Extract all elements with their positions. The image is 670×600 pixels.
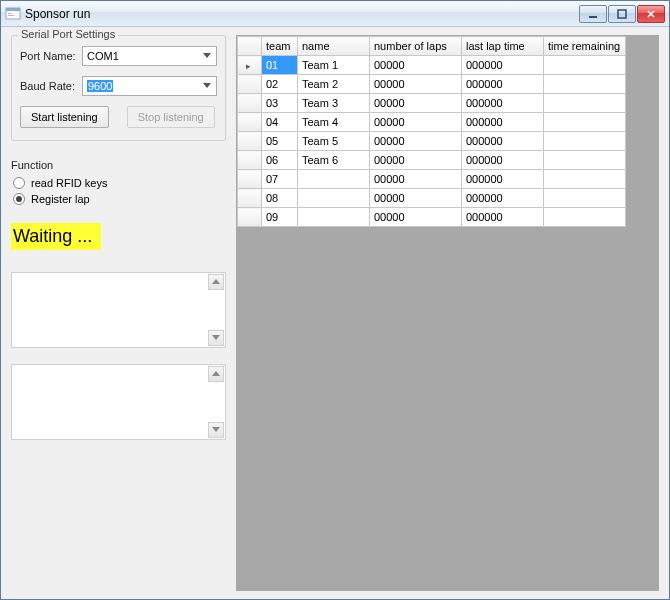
table-row[interactable]: 04Team 400000000000: [238, 113, 626, 132]
radio-read-rfid[interactable]: read RFID keys: [11, 177, 226, 189]
cell-name[interactable]: Team 5: [298, 132, 370, 151]
start-listening-button[interactable]: Start listening: [20, 106, 109, 128]
cell-laps[interactable]: 00000: [370, 94, 462, 113]
table-row[interactable]: 0800000000000: [238, 189, 626, 208]
scrollbar[interactable]: [208, 366, 224, 438]
minimize-button[interactable]: [579, 5, 607, 23]
serial-group-title: Serial Port Settings: [18, 28, 118, 40]
cell-team[interactable]: 04: [262, 113, 298, 132]
cell-team[interactable]: 09: [262, 208, 298, 227]
scroll-up-icon[interactable]: [208, 274, 224, 290]
cell-time[interactable]: [544, 208, 626, 227]
cell-time[interactable]: [544, 75, 626, 94]
baud-rate-label: Baud Rate:: [20, 80, 82, 92]
cell-last[interactable]: 000000: [462, 56, 544, 75]
svg-rect-3: [8, 15, 14, 16]
row-selector[interactable]: [238, 113, 262, 132]
stop-listening-button: Stop listening: [127, 106, 215, 128]
cell-name[interactable]: Team 3: [298, 94, 370, 113]
cell-time[interactable]: [544, 189, 626, 208]
log-textbox-1[interactable]: [11, 272, 226, 348]
cell-name[interactable]: [298, 170, 370, 189]
row-selector[interactable]: [238, 75, 262, 94]
cell-laps[interactable]: 00000: [370, 75, 462, 94]
col-time-header[interactable]: time remaining: [544, 37, 626, 56]
cell-name[interactable]: [298, 189, 370, 208]
cell-team[interactable]: 08: [262, 189, 298, 208]
scrollbar[interactable]: [208, 274, 224, 346]
cell-time[interactable]: [544, 113, 626, 132]
table-row[interactable]: 0700000000000: [238, 170, 626, 189]
row-selector[interactable]: [238, 56, 262, 75]
port-name-label: Port Name:: [20, 50, 82, 62]
cell-last[interactable]: 000000: [462, 94, 544, 113]
port-name-combo[interactable]: COM1: [82, 46, 217, 66]
table-row[interactable]: 05Team 500000000000: [238, 132, 626, 151]
col-name-header[interactable]: name: [298, 37, 370, 56]
col-last-header[interactable]: last lap time: [462, 37, 544, 56]
cell-last[interactable]: 000000: [462, 75, 544, 94]
cell-laps[interactable]: 00000: [370, 56, 462, 75]
cell-team[interactable]: 02: [262, 75, 298, 94]
cell-laps[interactable]: 00000: [370, 132, 462, 151]
cell-time[interactable]: [544, 132, 626, 151]
cell-last[interactable]: 000000: [462, 132, 544, 151]
row-selector[interactable]: [238, 189, 262, 208]
radio-register-lap[interactable]: Register lap: [11, 193, 226, 205]
cell-last[interactable]: 000000: [462, 113, 544, 132]
baud-rate-row: Baud Rate: 9600: [20, 76, 217, 96]
row-selector[interactable]: [238, 132, 262, 151]
cell-time[interactable]: [544, 170, 626, 189]
cell-name[interactable]: Team 1: [298, 56, 370, 75]
row-selector[interactable]: [238, 151, 262, 170]
scroll-down-icon[interactable]: [208, 330, 224, 346]
cell-team[interactable]: 03: [262, 94, 298, 113]
app-window: Sponsor run Serial Port Settings Port Na…: [0, 0, 670, 600]
cell-last[interactable]: 000000: [462, 170, 544, 189]
col-laps-header[interactable]: number of laps: [370, 37, 462, 56]
row-selector-header[interactable]: [238, 37, 262, 56]
cell-time[interactable]: [544, 94, 626, 113]
radio-icon: [13, 193, 25, 205]
titlebar[interactable]: Sponsor run: [1, 1, 669, 27]
scroll-up-icon[interactable]: [208, 366, 224, 382]
cell-team[interactable]: 07: [262, 170, 298, 189]
cell-last[interactable]: 000000: [462, 189, 544, 208]
row-selector[interactable]: [238, 208, 262, 227]
close-button[interactable]: [637, 5, 665, 23]
table-row[interactable]: 06Team 600000000000: [238, 151, 626, 170]
row-selector[interactable]: [238, 170, 262, 189]
table-row[interactable]: 0900000000000: [238, 208, 626, 227]
cell-team[interactable]: 06: [262, 151, 298, 170]
scroll-down-icon[interactable]: [208, 422, 224, 438]
cell-name[interactable]: [298, 208, 370, 227]
cell-laps[interactable]: 00000: [370, 208, 462, 227]
cell-time[interactable]: [544, 151, 626, 170]
row-selector[interactable]: [238, 94, 262, 113]
baud-rate-combo[interactable]: 9600: [82, 76, 217, 96]
cell-name[interactable]: Team 6: [298, 151, 370, 170]
cell-team[interactable]: 05: [262, 132, 298, 151]
table-row[interactable]: 01Team 100000000000: [238, 56, 626, 75]
cell-laps[interactable]: 00000: [370, 151, 462, 170]
table-row[interactable]: 03Team 300000000000: [238, 94, 626, 113]
cell-laps[interactable]: 00000: [370, 113, 462, 132]
data-grid[interactable]: team name number of laps last lap time t…: [237, 36, 626, 227]
cell-last[interactable]: 000000: [462, 208, 544, 227]
client-area: Serial Port Settings Port Name: COM1 Bau…: [1, 27, 669, 599]
cell-laps[interactable]: 00000: [370, 189, 462, 208]
table-row[interactable]: 02Team 200000000000: [238, 75, 626, 94]
svg-rect-5: [618, 10, 626, 18]
cell-name[interactable]: Team 2: [298, 75, 370, 94]
maximize-button[interactable]: [608, 5, 636, 23]
cell-last[interactable]: 000000: [462, 151, 544, 170]
cell-name[interactable]: Team 4: [298, 113, 370, 132]
col-team-header[interactable]: team: [262, 37, 298, 56]
window-title: Sponsor run: [25, 7, 579, 21]
cell-laps[interactable]: 00000: [370, 170, 462, 189]
log-textbox-2[interactable]: [11, 364, 226, 440]
cell-time[interactable]: [544, 56, 626, 75]
radio-icon: [13, 177, 25, 189]
cell-team[interactable]: 01: [262, 56, 298, 75]
left-panel: Serial Port Settings Port Name: COM1 Bau…: [11, 35, 226, 591]
